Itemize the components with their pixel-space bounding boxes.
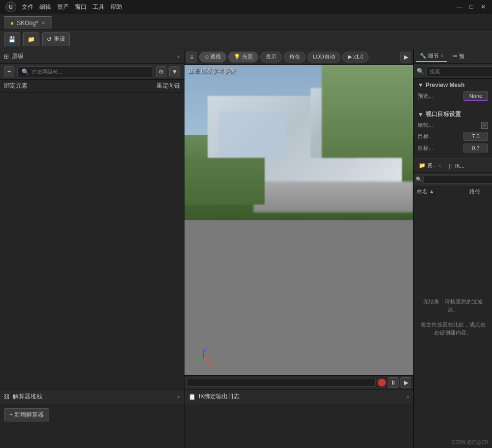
asset-tab-label: 资... — [427, 162, 437, 169]
preview-label: 预览... — [418, 92, 433, 100]
minimize-button[interactable]: — — [455, 2, 464, 12]
asset-tab-close[interactable]: × — [438, 163, 441, 168]
viewport-top-half: 正在预览参考姿势 — [184, 65, 413, 220]
preview-tab[interactable]: ✏ 预 — [449, 51, 468, 61]
viewport-menu-button[interactable]: ≡ — [186, 52, 197, 62]
play-button[interactable]: ▶ — [400, 377, 411, 388]
hierarchy-search-input[interactable] — [31, 69, 149, 75]
solver-panel-header: ⛓ 解算器堆栈 × — [0, 389, 184, 404]
ik-log-panel: 📋 IK绑定输出日志 × — [184, 389, 413, 448]
details-tab[interactable]: 🔧 细节 × — [416, 51, 447, 62]
target2-label: 目标... — [418, 145, 433, 152]
viewport-settings-section: ▼ 视口目标设置 绘制... 目标... 7.0 目标... 0.7 — [414, 107, 492, 159]
path-column-header[interactable]: 路径 — [469, 188, 489, 195]
title-bar-controls: — □ ✕ — [455, 2, 488, 12]
folder-icon: 📁 — [28, 36, 35, 43]
hierarchy-content[interactable] — [0, 92, 184, 389]
add-solver-button[interactable]: + 新增解算器 — [4, 408, 49, 421]
right-panel: 🔧 细节 × ✏ 预 🔍 ⊞ ⚙ ▼ Preview Mesh — [413, 49, 492, 448]
pause-button[interactable]: ⏸ — [388, 377, 399, 388]
asset-column-headers: 命名 ▲ 路径 — [414, 186, 492, 197]
main-toolbar: 💾 📁 ↺ 重设 — [0, 30, 492, 49]
viewport-more-btn[interactable]: ▶ — [400, 52, 411, 62]
lighting-btn[interactable]: 💡 光照 — [228, 52, 258, 62]
draw-row: 绘制... — [418, 121, 488, 129]
menu-asset[interactable]: 资产 — [57, 3, 69, 11]
hierarchy-labels: 绑定元素 重定向链 — [0, 80, 184, 92]
asset-tab[interactable]: 📁 资... × — [416, 161, 444, 170]
perspective-btn[interactable]: ◇ 透视 — [199, 52, 226, 62]
trees-right — [322, 65, 413, 158]
details-search-bar: 🔍 ⊞ ⚙ — [414, 64, 492, 79]
asset-search-bar: 🔍 📁 ☰ ⚙ — [414, 173, 492, 186]
perspective-label: 透视 — [210, 53, 221, 60]
asset-search-icon: 🔍 — [416, 177, 422, 182]
svg-text:Z: Z — [204, 348, 207, 352]
preview-mesh-title: Preview Mesh — [426, 82, 464, 89]
viewport-settings-title: 视口目标设置 — [426, 110, 461, 119]
collapse-icon2: ▼ — [418, 111, 424, 118]
menu-window[interactable]: 窗口 — [75, 3, 87, 11]
solver-title: 解算器堆栈 — [13, 392, 42, 401]
maximize-button[interactable]: □ — [466, 2, 476, 12]
details-tab-close[interactable]: × — [440, 53, 443, 59]
target2-value[interactable]: 0.7 — [463, 144, 488, 152]
preview-mesh-value[interactable]: None — [463, 91, 488, 101]
ik-tab[interactable]: |+ IK... — [446, 162, 467, 170]
solver-panel: ⛓ 解算器堆栈 × + 新增解算器 — [0, 389, 184, 448]
preview-tab-label: 预 — [459, 53, 464, 60]
svg-text:X: X — [210, 363, 213, 368]
folder-button[interactable]: 📁 — [23, 32, 39, 46]
menu-edit[interactable]: 编辑 — [39, 3, 51, 11]
role-btn[interactable]: 角色 — [284, 52, 306, 62]
menu-file[interactable]: 文件 — [22, 3, 33, 11]
search-icon: 🔍 — [22, 68, 29, 75]
hamburger-icon: ≡ — [190, 54, 193, 60]
add-element-button[interactable]: + — [4, 66, 14, 77]
target1-value[interactable]: 7.0 — [463, 132, 488, 141]
tab-close-btn[interactable]: ✕ — [41, 20, 45, 26]
tab-icon: ● — [10, 20, 14, 27]
speed-btn[interactable]: ▶ x1.0 — [342, 52, 369, 62]
save-button[interactable]: 💾 — [4, 32, 20, 46]
ik-tab-icon: |+ — [449, 163, 453, 169]
name-column-header[interactable]: 命名 ▲ — [417, 188, 467, 195]
menu-tools[interactable]: 工具 — [92, 3, 104, 11]
asset-empty-state: 无结果，请检查您的过滤器。 将文件放置在此处，或点击右键创建内容。 — [414, 197, 492, 437]
title-bar-left: U 文件 编辑 资产 窗口 工具 帮助 — [4, 0, 122, 14]
ik-log-close-btn[interactable]: × — [406, 394, 409, 400]
reset-button[interactable]: ↺ 重设 — [42, 32, 70, 46]
asset-tab-icon: 📁 — [419, 162, 426, 169]
viewport-area[interactable]: 正在预览参考姿势 Z X — [184, 65, 413, 375]
preview-mesh-header[interactable]: ▼ Preview Mesh — [418, 82, 488, 89]
menu-help[interactable]: 帮助 — [110, 3, 122, 11]
target1-row: 目标... 7.0 — [418, 132, 488, 141]
details-search-input[interactable] — [426, 66, 492, 76]
timeline-progress-bar[interactable] — [186, 379, 376, 387]
axis-gizmo: Z X — [192, 348, 212, 367]
viewport-settings-header[interactable]: ▼ 视口目标设置 — [418, 110, 488, 119]
viewport-controls: ⏸ ▶ — [184, 375, 413, 389]
solver-close-btn[interactable]: × — [177, 394, 180, 400]
hierarchy-expand-btn[interactable]: ▼ — [169, 66, 180, 77]
building-windows — [219, 112, 288, 158]
solver-icon: ⛓ — [4, 393, 10, 400]
asset-footer: CSDN @阿赵3D — [414, 437, 492, 448]
save-icon: 💾 — [8, 36, 16, 43]
hierarchy-settings-btn[interactable]: ⚙ — [156, 66, 166, 77]
draw-checkbox[interactable] — [481, 122, 488, 129]
preview-mesh-row: 预览... None — [418, 91, 488, 101]
solver-content: + 新增解算器 — [0, 404, 184, 448]
details-search-icon: 🔍 — [417, 68, 424, 75]
record-button[interactable] — [378, 379, 386, 387]
hierarchy-close-btn[interactable]: × — [177, 54, 180, 60]
main-tab[interactable]: ● SKOrig* ✕ — [4, 16, 52, 29]
details-tabs: 🔧 细节 × ✏ 预 — [414, 49, 492, 64]
pause-icon: ⏸ — [390, 379, 396, 386]
show-btn[interactable]: 显示 — [260, 52, 282, 62]
target1-label: 目标... — [418, 133, 433, 140]
details-icon: 🔧 — [420, 53, 427, 59]
close-button[interactable]: ✕ — [478, 2, 488, 12]
lod-btn[interactable]: LOD自动 — [308, 52, 340, 62]
asset-search-input[interactable] — [423, 175, 492, 184]
